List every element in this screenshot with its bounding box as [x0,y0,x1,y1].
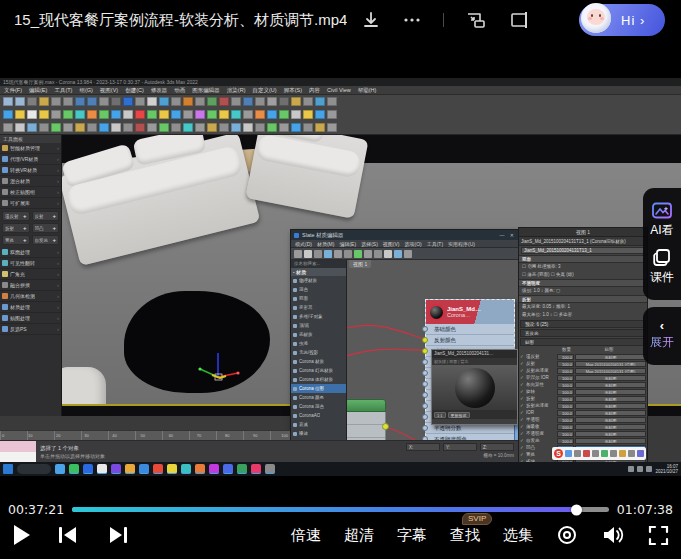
toolbar-icon [207,97,217,106]
progress-bar[interactable] [72,507,609,512]
progress-played [72,507,577,512]
material-swatch-icon [293,423,297,427]
map-enabled-check: ✓ [520,437,525,444]
ai-watch-button[interactable]: AI看 [650,202,673,239]
rollout-maps: 贴图 [520,338,646,346]
slate-menu-item: 模式(D) [295,241,312,247]
toolbar-icon [315,97,325,106]
courseware-icon [653,249,671,266]
toolbar-icon [123,97,133,106]
slate-toolbar [291,248,519,260]
player-menu-button[interactable]: 倍速 [291,526,321,545]
script-plus-button: 凹凸 [32,223,60,233]
progress-knob[interactable] [571,504,582,515]
script-plus-button: 折射 [2,223,30,233]
toolbar-icon [243,97,253,106]
toolbar-icon [291,110,301,119]
taskbar-app-icon [111,464,121,474]
player-menu-button[interactable]: 选集 [503,526,533,545]
script-item-icon [2,200,8,206]
toolbar-icon [15,123,25,132]
slate-window-icon [294,233,299,238]
material-swatch-icon [293,279,297,283]
toolbar-icon [87,123,97,132]
max-menu-item: 内容 [309,87,320,94]
slate-menu-item: 编辑(E) [339,241,356,247]
windows-taskbar: 16:07 2021/10/27 [0,462,681,476]
slate-menu-item: 材质(M) [317,241,335,247]
map-amount-field: 100.0 [557,375,574,381]
preview-options: 材质球 | 双面 | 背光 [432,358,517,365]
start-button-icon [3,464,13,474]
slate-toolbar-icon [304,250,312,258]
toolbar-icon [3,97,13,106]
map-enabled-check: ✓ [520,451,525,458]
map-slot-button: 无贴图 [575,438,646,444]
play-button[interactable] [14,525,30,545]
taskbar-app-icon [209,464,219,474]
map-enabled-check: ✓ [520,374,525,381]
max-toolbars [0,95,681,135]
chevron-left-icon: ‹ [660,321,664,331]
toolbar-icon [39,110,49,119]
system-tray: 16:07 2021/10/27 [628,464,678,475]
toolbar-icon [267,123,277,132]
slate-toolbar-icon [314,250,322,258]
download-icon[interactable] [361,10,381,30]
player-menu-button[interactable]: 查找 SVIP [450,526,480,545]
toolbar-icon [111,97,121,106]
slate-menu-item: 实用程序(U) [448,241,475,247]
assistant-button[interactable]: Hi › [579,4,665,36]
material-swatch-icon [293,351,297,355]
material-swatch-icon [293,297,297,301]
map-enabled-check: ✓ [520,402,525,409]
map-enabled-check: ✓ [520,416,525,423]
toolbar-icon [231,110,241,119]
map-table-row: ✓ IOR 100.0 无贴图 [519,409,647,416]
video-surface[interactable]: 15现代客餐厅案例.max - Corona 13.984 · 2023-13-… [0,78,681,476]
param-row: 最大单位: 1.0 ↕ ☐ 多边形 [519,311,647,319]
map-slot-button: 无贴图 [575,396,646,402]
more-icon[interactable] [402,10,422,30]
toolbar-icon [267,110,277,119]
player-menu-button[interactable]: 字幕 [397,526,427,545]
map-slot-button: 无贴图 [575,403,646,409]
slate-menu-item: 工具(T) [427,241,443,247]
toolbar-icon [123,110,133,119]
fullscreen-icon[interactable] [648,525,669,546]
volume-icon[interactable] [601,524,625,546]
slate-toolbar-icon [324,250,332,258]
material-swatch-icon [293,324,297,328]
next-button[interactable] [106,524,130,546]
settings-icon[interactable] [556,524,578,546]
dock-side-icon[interactable] [508,10,530,30]
expand-button[interactable]: ‹ 展开 [643,307,681,365]
browser-item: 噪波 [291,429,346,438]
material-name-bar: JianS_Md_2015100204131T13_1 (Corona旧版材质) [519,237,647,246]
script-item-icon [2,293,8,299]
taskbar-app-icon [139,464,149,474]
material-node-subtitle: Corona… [447,312,481,318]
toolbar-icon [195,97,205,106]
side-overlay: AI看 课件 ‹ 展开 [643,188,681,365]
script-item-icon [2,145,8,151]
toolbar-icon [3,123,13,132]
courseware-button[interactable]: 课件 [650,249,674,286]
toolbar-icon [147,110,157,119]
map-table-row: ✓ 反射光泽度 100.0 Map 2015100204131 (位图) [519,367,647,374]
map-table-row: ✓ 自发光 100.0 无贴图 [519,437,647,444]
max-menu-item: 文件(F) [4,87,22,94]
previous-button[interactable] [56,524,80,546]
toolbar-icon [315,110,325,119]
script-panel-item: 校正贴图组 [0,187,61,198]
script-panel-item: 材质处理 [0,302,61,313]
assistant-avatar [579,1,613,35]
picture-in-picture-icon[interactable] [465,10,487,30]
material-swatch-icon [293,414,297,418]
toolbar-icon [135,123,145,132]
slate-toolbar-icon [404,250,412,258]
max-script-panel: 工具面板 智能材质管理 代理/VR材质 [0,135,62,416]
toolbar-icon [15,110,25,119]
player-menu-button[interactable]: 超清 [344,526,374,545]
taskbar-app-icon [223,464,233,474]
